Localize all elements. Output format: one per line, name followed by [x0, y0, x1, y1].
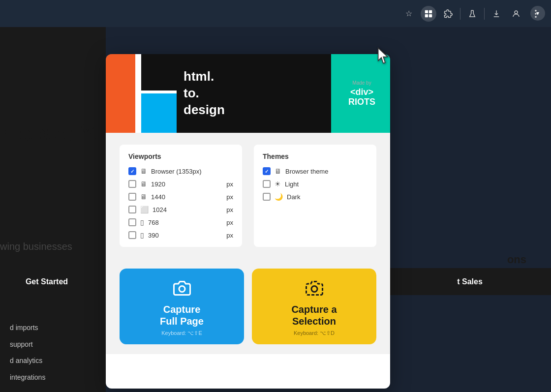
popup-body: Viewports 🖥 Browser (1353px) 🖥 1920 px: [106, 133, 390, 259]
viewport-1024-px: px: [226, 206, 233, 213]
popup-sections: Viewports 🖥 Browser (1353px) 🖥 1920 px: [120, 145, 376, 247]
extension-popup: html.to.design Made by <div>RIOTS Viewpo…: [106, 54, 390, 389]
viewport-768-label: 768: [148, 219, 222, 226]
browser-chrome: ☆: [0, 0, 551, 27]
sidebar-item[interactable]: support: [10, 336, 45, 353]
mobile-icon: ▯: [140, 231, 144, 239]
brand-name: <div>RIOTS: [348, 88, 375, 107]
svg-rect-0: [425, 10, 428, 13]
camera-full-icon: [173, 279, 191, 301]
svg-point-4: [515, 11, 518, 14]
viewport-390-px: px: [226, 232, 233, 239]
tablet-icon: ▯: [140, 218, 144, 226]
moon-icon: 🌙: [275, 193, 283, 201]
sidebar-item[interactable]: integrations: [10, 369, 45, 386]
sidebar-item[interactable]: d imports: [10, 320, 45, 336]
viewport-1920-checkbox[interactable]: [128, 180, 136, 188]
capture-selection-keyboard: Keyboard: ⌥⇧D: [294, 330, 335, 336]
viewport-768-px: px: [226, 219, 233, 226]
desktop-icon-3: 🖥: [140, 193, 147, 201]
header-mondrian: [141, 54, 177, 133]
theme-browser-icon: 🖥: [275, 167, 281, 175]
theme-light-checkbox[interactable]: [263, 180, 271, 188]
tablet-landscape-icon: ⬜: [140, 206, 149, 213]
viewport-1440-px: px: [226, 193, 233, 201]
theme-light-label: Light: [285, 181, 367, 188]
viewport-browser-label: Browser (1353px): [151, 168, 233, 175]
sun-icon: ☀: [275, 180, 281, 188]
bg-right-text: ons: [507, 253, 526, 266]
camera-selection-icon: [306, 279, 323, 301]
viewport-1920-label: 1920: [151, 181, 222, 188]
puzzle-icon[interactable]: [440, 6, 456, 22]
popup-title: html.to.design: [184, 68, 225, 118]
viewport-390-checkbox[interactable]: [128, 231, 136, 239]
header-orange-block: [106, 54, 135, 133]
viewports-title: Viewports: [128, 152, 233, 160]
download-icon[interactable]: [489, 6, 504, 22]
flask-icon[interactable]: [464, 6, 480, 22]
viewport-1024-row[interactable]: ⬜ 1024 px: [128, 206, 233, 213]
boost-sales-button[interactable]: t Sales: [389, 268, 551, 295]
viewport-390-label: 390: [148, 232, 222, 239]
viewport-1920-px: px: [226, 181, 233, 188]
svg-rect-2: [425, 14, 428, 17]
viewport-1024-checkbox[interactable]: [128, 206, 136, 213]
viewport-390-row[interactable]: ▯ 390 px: [128, 231, 233, 239]
made-by-label: Made by <div>RIOTS: [348, 80, 375, 107]
star-icon[interactable]: ☆: [401, 6, 417, 22]
theme-light-row[interactable]: ☀ Light: [263, 180, 367, 188]
svg-rect-1: [429, 10, 432, 13]
bg-subtext: wing businesses: [0, 241, 72, 252]
viewport-1440-label: 1440: [151, 193, 222, 201]
capture-full-label: CaptureFull Page: [160, 303, 204, 327]
viewport-browser-row[interactable]: 🖥 Browser (1353px): [128, 167, 233, 175]
theme-dark-label: Dark: [287, 193, 367, 201]
viewport-1440-checkbox[interactable]: [128, 193, 136, 201]
capture-full-keyboard: Keyboard: ⌥⇧E: [161, 330, 202, 336]
viewport-1440-row[interactable]: 🖥 1440 px: [128, 193, 233, 201]
svg-point-8: [179, 286, 185, 292]
extension-icon[interactable]: [421, 6, 436, 22]
theme-browser-checkbox[interactable]: [263, 167, 271, 175]
get-started-button[interactable]: Get Started: [0, 268, 93, 295]
made-by-text: Made by: [348, 80, 375, 86]
viewports-section: Viewports 🖥 Browser (1353px) 🖥 1920 px: [120, 145, 242, 247]
capture-full-page-button[interactable]: CaptureFull Page Keyboard: ⌥⇧E: [120, 269, 244, 344]
theme-dark-checkbox[interactable]: [263, 193, 271, 201]
popup-buttons: CaptureFull Page Keyboard: ⌥⇧E Capture a…: [106, 259, 390, 354]
popup-header: html.to.design Made by <div>RIOTS: [106, 54, 390, 133]
svg-point-9: [311, 286, 317, 292]
sidebar-item[interactable]: d analytics: [10, 353, 45, 369]
viewport-1920-row[interactable]: 🖥 1920 px: [128, 180, 233, 188]
theme-browser-label: Browser theme: [285, 168, 367, 175]
themes-section: Themes 🖥 Browser theme ☀ Light 🌙: [254, 145, 376, 247]
dropdown-button[interactable]: ▾: [530, 6, 545, 21]
viewport-768-row[interactable]: ▯ 768 px: [128, 218, 233, 226]
desktop-icon: 🖥: [140, 167, 147, 175]
header-white-stripe: [135, 54, 141, 133]
chrome-divider-2: [484, 8, 485, 20]
desktop-icon-2: 🖥: [140, 180, 147, 188]
themes-title: Themes: [263, 152, 367, 160]
svg-rect-3: [429, 14, 432, 17]
sidebar-items: d imports support d analytics integratio…: [10, 320, 45, 386]
viewport-1024-label: 1024: [153, 206, 222, 213]
capture-selection-label: Capture aSelection: [291, 303, 337, 327]
viewport-768-checkbox[interactable]: [128, 218, 136, 226]
viewport-browser-checkbox[interactable]: [128, 167, 136, 175]
chrome-divider: [460, 8, 460, 20]
theme-browser-row[interactable]: 🖥 Browser theme: [263, 167, 367, 175]
account-icon[interactable]: [508, 6, 524, 22]
theme-dark-row[interactable]: 🌙 Dark: [263, 193, 367, 201]
capture-selection-button[interactable]: Capture aSelection Keyboard: ⌥⇧D: [252, 269, 376, 344]
